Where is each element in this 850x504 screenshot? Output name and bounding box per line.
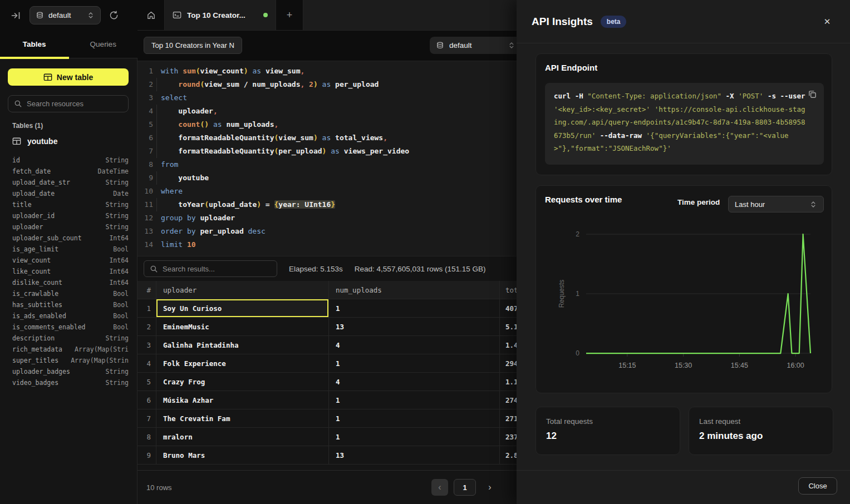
database-selector[interactable]: default: [30, 6, 101, 24]
query-name-button[interactable]: Top 10 Creators in Year N: [144, 37, 242, 54]
refresh-button[interactable]: [105, 7, 122, 24]
total-views-cell[interactable]: 407: [500, 299, 517, 317]
schema-column-row: upload_date_strString: [12, 177, 129, 188]
line-number: 1: [137, 65, 153, 78]
uploader-cell[interactable]: Bruno Mars: [156, 446, 329, 464]
total-requests-card: Total requests 12: [535, 407, 680, 455]
row-number-cell: 9: [137, 446, 156, 464]
pagination-prev-button[interactable]: ‹: [431, 479, 448, 496]
chevron-updown-icon: [87, 11, 95, 19]
sql-editor[interactable]: 1with sum(view_count) as view_sum,2 roun…: [137, 61, 517, 256]
pagination-current-page[interactable]: 1: [454, 479, 476, 496]
total-views-cell[interactable]: 294: [500, 354, 517, 372]
tab-queries-label: Queries: [90, 40, 116, 48]
column-type: Bool: [113, 290, 129, 298]
tab-queries[interactable]: Queries: [69, 31, 138, 58]
sql-line: 4 uploader,: [137, 105, 517, 118]
uploader-cell[interactable]: EminemMusic: [156, 318, 329, 335]
column-type: Array(Map(Stri: [75, 345, 129, 353]
uploader-cell[interactable]: Músika Azhar: [156, 391, 329, 409]
uploader-cell[interactable]: Folk Experience: [156, 354, 329, 372]
uploader-cell[interactable]: Crazy Frog: [156, 373, 329, 391]
total-views-cell[interactable]: 271: [500, 409, 517, 427]
num-uploads-cell[interactable]: 13: [329, 318, 500, 335]
total-views-cell[interactable]: 5.1: [500, 318, 517, 335]
line-number: 11: [137, 198, 153, 211]
schema-column-row: titleString: [12, 199, 129, 210]
column-type: Bool: [113, 323, 129, 331]
resource-search-input[interactable]: [27, 100, 125, 108]
schema-column-row: is_comments_enabledBool: [12, 322, 129, 333]
uploader-cell[interactable]: mralorn: [156, 428, 329, 446]
column-type: Int64: [109, 279, 129, 286]
results-search-input[interactable]: [163, 265, 271, 273]
tab-tables[interactable]: Tables: [0, 31, 69, 58]
column-type: String: [105, 156, 129, 164]
uploader-cell[interactable]: The Crevatin Fam: [156, 409, 329, 427]
close-button[interactable]: Close: [798, 477, 837, 495]
table-icon: [43, 73, 52, 82]
column-name: description: [12, 334, 55, 342]
sql-line: 10where: [137, 185, 517, 198]
column-name: uploader_id: [12, 212, 55, 220]
total-views-cell[interactable]: 274: [500, 391, 517, 409]
requests-over-time-card: Requests over time Time period Last hour…: [535, 185, 832, 393]
column-type: Bool: [113, 312, 129, 320]
close-icon[interactable]: ✕: [819, 14, 835, 29]
resource-search[interactable]: [8, 95, 129, 112]
column-type: Int64: [109, 234, 129, 242]
sql-code: select: [153, 91, 187, 105]
uploader-cell[interactable]: Soy Un Curioso: [156, 299, 329, 317]
panel-footer: Close: [517, 470, 850, 504]
table-row: 3Galinha Pintadinha41.4: [137, 336, 517, 354]
row-number-cell: 3: [137, 336, 156, 354]
num-uploads-cell[interactable]: 1: [329, 354, 500, 372]
search-icon: [150, 265, 158, 273]
copy-icon[interactable]: [808, 90, 817, 99]
panel-title: API Insights: [532, 16, 593, 28]
line-number: 14: [137, 238, 153, 251]
editor-database-selector[interactable]: default: [430, 37, 517, 54]
num-uploads-cell[interactable]: 13: [329, 446, 500, 464]
line-number: 12: [137, 211, 153, 225]
num-uploads-cell[interactable]: 4: [329, 373, 500, 391]
curl-code-block: curl -H "Content-Type: application/json"…: [545, 83, 824, 165]
editor-toolbar: Top 10 Creators in Year N default: [137, 31, 517, 61]
num-uploads-cell[interactable]: 4: [329, 336, 500, 354]
total-views-cell[interactable]: 237: [500, 428, 517, 446]
results-footer: 10 rows ‹ 1 ›: [137, 470, 517, 504]
main-area: Top 10 Creator... + Top 10 Creators in Y…: [137, 0, 517, 504]
num-uploads-cell[interactable]: 1: [329, 299, 500, 317]
new-tab-button[interactable]: +: [276, 0, 303, 30]
pagination-next-button[interactable]: ›: [481, 479, 498, 496]
total-views-cell[interactable]: 1.1: [500, 373, 517, 391]
total-views-cell[interactable]: 1.4: [500, 336, 517, 354]
uploader-cell[interactable]: Galinha Pintadinha: [156, 336, 329, 354]
num-uploads-cell[interactable]: 1: [329, 409, 500, 427]
row-count-label: 10 rows: [146, 483, 172, 492]
total-views-cell[interactable]: 2.8: [500, 446, 517, 464]
column-name: video_badges: [12, 379, 58, 387]
sidebar-collapse-icon: [11, 11, 21, 21]
sql-code: order by per_upload desc: [153, 225, 266, 238]
query-tab[interactable]: Top 10 Creator...: [165, 0, 276, 30]
num-uploads-cell[interactable]: 1: [329, 391, 500, 409]
sidebar-topbar: default: [0, 0, 137, 31]
table-row: 9Bruno Mars132.8: [137, 446, 517, 465]
column-name: super_titles: [12, 357, 58, 364]
column-name: upload_date: [12, 190, 55, 197]
home-button[interactable]: [137, 0, 165, 30]
sidebar-table-youtube[interactable]: youtube: [8, 134, 129, 149]
console-icon: [173, 11, 181, 19]
column-name: like_count: [12, 268, 51, 275]
time-period-select[interactable]: Last hour: [728, 196, 824, 213]
requests-over-time-title: Requests over time: [545, 195, 622, 204]
query-parameter: {year: UInt16}: [274, 200, 336, 209]
beta-badge: beta: [601, 16, 627, 28]
new-table-button[interactable]: New table: [8, 68, 129, 86]
row-number-cell: 2: [137, 318, 156, 335]
results-search[interactable]: [144, 260, 277, 277]
new-table-label: New table: [57, 73, 93, 82]
sidebar-collapse-button[interactable]: [7, 6, 26, 25]
num-uploads-cell[interactable]: 1: [329, 428, 500, 446]
